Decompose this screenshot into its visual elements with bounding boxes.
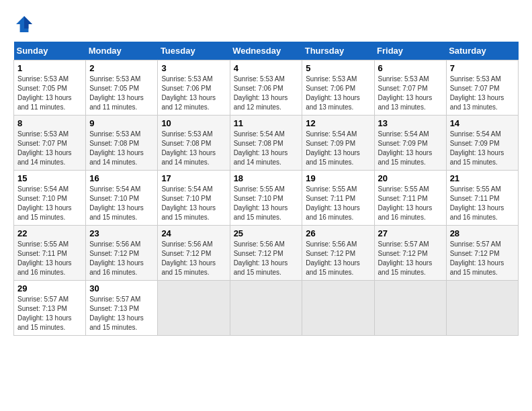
calendar-cell: 18 Sunrise: 5:55 AMSunset: 7:10 PMDaylig… — [230, 171, 302, 226]
calendar-cell: 23 Sunrise: 5:56 AMSunset: 7:12 PMDaylig… — [86, 226, 158, 281]
day-info: Sunrise: 5:56 AMSunset: 7:12 PMDaylight:… — [161, 240, 216, 276]
day-info: Sunrise: 5:53 AMSunset: 7:08 PMDaylight:… — [89, 130, 144, 166]
calendar-cell: 5 Sunrise: 5:53 AMSunset: 7:06 PMDayligh… — [302, 60, 374, 116]
day-number: 20 — [378, 173, 443, 183]
day-info: Sunrise: 5:55 AMSunset: 7:11 PMDaylight:… — [378, 185, 433, 221]
calendar-cell — [374, 281, 446, 336]
day-info: Sunrise: 5:55 AMSunset: 7:11 PMDaylight:… — [450, 185, 504, 221]
calendar-cell: 17 Sunrise: 5:54 AMSunset: 7:10 PMDaylig… — [158, 171, 230, 226]
day-number: 27 — [378, 228, 443, 238]
calendar-cell: 22 Sunrise: 5:55 AMSunset: 7:11 PMDaylig… — [14, 226, 86, 281]
header-monday: Monday — [86, 42, 158, 60]
calendar-cell: 6 Sunrise: 5:53 AMSunset: 7:07 PMDayligh… — [374, 60, 446, 116]
day-number: 15 — [17, 173, 82, 183]
day-info: Sunrise: 5:53 AMSunset: 7:06 PMDaylight:… — [306, 75, 360, 111]
day-number: 14 — [450, 118, 515, 128]
calendar-cell: 16 Sunrise: 5:54 AMSunset: 7:10 PMDaylig… — [86, 171, 158, 226]
header-saturday: Saturday — [446, 42, 518, 60]
calendar-cell — [302, 281, 374, 336]
day-info: Sunrise: 5:53 AMSunset: 7:07 PMDaylight:… — [17, 130, 72, 166]
calendar-cell: 2 Sunrise: 5:53 AMSunset: 7:05 PMDayligh… — [86, 60, 158, 116]
calendar-table: SundayMondayTuesdayWednesdayThursdayFrid… — [13, 42, 519, 336]
calendar-cell — [158, 281, 230, 336]
day-number: 3 — [161, 63, 226, 73]
calendar-cell: 28 Sunrise: 5:57 AMSunset: 7:12 PMDaylig… — [446, 226, 518, 281]
day-number: 24 — [161, 228, 226, 238]
day-info: Sunrise: 5:56 AMSunset: 7:12 PMDaylight:… — [306, 240, 360, 276]
day-number: 7 — [450, 63, 515, 73]
calendar-cell: 24 Sunrise: 5:56 AMSunset: 7:12 PMDaylig… — [158, 226, 230, 281]
day-info: Sunrise: 5:56 AMSunset: 7:12 PMDaylight:… — [89, 240, 144, 276]
day-info: Sunrise: 5:57 AMSunset: 7:12 PMDaylight:… — [378, 240, 433, 276]
calendar-cell: 11 Sunrise: 5:54 AMSunset: 7:08 PMDaylig… — [230, 116, 302, 171]
calendar-cell — [446, 281, 518, 336]
day-number: 6 — [378, 63, 443, 73]
day-info: Sunrise: 5:53 AMSunset: 7:05 PMDaylight:… — [89, 75, 144, 111]
calendar-cell — [230, 281, 302, 336]
day-number: 23 — [89, 228, 154, 238]
day-info: Sunrise: 5:55 AMSunset: 7:11 PMDaylight:… — [17, 240, 72, 276]
day-number: 1 — [17, 63, 82, 73]
calendar-cell: 1 Sunrise: 5:53 AMSunset: 7:05 PMDayligh… — [14, 60, 86, 116]
day-info: Sunrise: 5:54 AMSunset: 7:10 PMDaylight:… — [17, 185, 72, 221]
day-number: 8 — [17, 118, 82, 128]
calendar-cell: 9 Sunrise: 5:53 AMSunset: 7:08 PMDayligh… — [86, 116, 158, 171]
day-info: Sunrise: 5:53 AMSunset: 7:05 PMDaylight:… — [17, 75, 72, 111]
calendar-cell: 21 Sunrise: 5:55 AMSunset: 7:11 PMDaylig… — [446, 171, 518, 226]
logo — [13, 13, 38, 35]
header-sunday: Sunday — [14, 42, 86, 60]
day-number: 4 — [234, 63, 299, 73]
day-number: 26 — [306, 228, 370, 238]
day-number: 9 — [89, 118, 154, 128]
week-row-1: 1 Sunrise: 5:53 AMSunset: 7:05 PMDayligh… — [14, 60, 519, 116]
calendar-cell: 29 Sunrise: 5:57 AMSunset: 7:13 PMDaylig… — [14, 281, 86, 336]
day-number: 29 — [17, 283, 82, 293]
day-number: 12 — [306, 118, 370, 128]
day-number: 25 — [234, 228, 299, 238]
day-number: 17 — [161, 173, 226, 183]
day-info: Sunrise: 5:55 AMSunset: 7:10 PMDaylight:… — [234, 185, 288, 221]
day-info: Sunrise: 5:57 AMSunset: 7:12 PMDaylight:… — [450, 240, 504, 276]
calendar-cell: 4 Sunrise: 5:53 AMSunset: 7:06 PMDayligh… — [230, 60, 302, 116]
day-info: Sunrise: 5:53 AMSunset: 7:06 PMDaylight:… — [234, 75, 288, 111]
calendar-cell: 19 Sunrise: 5:55 AMSunset: 7:11 PMDaylig… — [302, 171, 374, 226]
day-number: 5 — [306, 63, 370, 73]
header-thursday: Thursday — [302, 42, 374, 60]
day-number: 19 — [306, 173, 370, 183]
day-info: Sunrise: 5:53 AMSunset: 7:08 PMDaylight:… — [161, 130, 216, 166]
calendar-cell: 20 Sunrise: 5:55 AMSunset: 7:11 PMDaylig… — [374, 171, 446, 226]
day-info: Sunrise: 5:53 AMSunset: 7:06 PMDaylight:… — [161, 75, 216, 111]
week-row-2: 8 Sunrise: 5:53 AMSunset: 7:07 PMDayligh… — [14, 116, 519, 171]
logo-icon — [13, 13, 35, 35]
day-number: 30 — [89, 283, 154, 293]
page-header — [13, 13, 519, 35]
day-info: Sunrise: 5:54 AMSunset: 7:09 PMDaylight:… — [450, 130, 504, 166]
day-info: Sunrise: 5:57 AMSunset: 7:13 PMDaylight:… — [89, 295, 144, 331]
week-row-5: 29 Sunrise: 5:57 AMSunset: 7:13 PMDaylig… — [14, 281, 519, 336]
day-info: Sunrise: 5:56 AMSunset: 7:12 PMDaylight:… — [234, 240, 288, 276]
day-number: 11 — [234, 118, 299, 128]
calendar-cell: 7 Sunrise: 5:53 AMSunset: 7:07 PMDayligh… — [446, 60, 518, 116]
calendar-cell: 14 Sunrise: 5:54 AMSunset: 7:09 PMDaylig… — [446, 116, 518, 171]
day-number: 21 — [450, 173, 515, 183]
day-info: Sunrise: 5:53 AMSunset: 7:07 PMDaylight:… — [450, 75, 504, 111]
day-number: 10 — [161, 118, 226, 128]
header-wednesday: Wednesday — [230, 42, 302, 60]
calendar-header-row: SundayMondayTuesdayWednesdayThursdayFrid… — [14, 42, 519, 60]
day-number: 2 — [89, 63, 154, 73]
day-number: 18 — [234, 173, 299, 183]
calendar-cell: 3 Sunrise: 5:53 AMSunset: 7:06 PMDayligh… — [158, 60, 230, 116]
calendar-cell: 15 Sunrise: 5:54 AMSunset: 7:10 PMDaylig… — [14, 171, 86, 226]
calendar-cell: 10 Sunrise: 5:53 AMSunset: 7:08 PMDaylig… — [158, 116, 230, 171]
day-info: Sunrise: 5:57 AMSunset: 7:13 PMDaylight:… — [17, 295, 72, 331]
day-info: Sunrise: 5:55 AMSunset: 7:11 PMDaylight:… — [306, 185, 360, 221]
day-number: 13 — [378, 118, 443, 128]
svg-marker-1 — [24, 16, 32, 28]
calendar-cell: 25 Sunrise: 5:56 AMSunset: 7:12 PMDaylig… — [230, 226, 302, 281]
calendar-cell: 30 Sunrise: 5:57 AMSunset: 7:13 PMDaylig… — [86, 281, 158, 336]
week-row-4: 22 Sunrise: 5:55 AMSunset: 7:11 PMDaylig… — [14, 226, 519, 281]
calendar-cell: 26 Sunrise: 5:56 AMSunset: 7:12 PMDaylig… — [302, 226, 374, 281]
day-number: 22 — [17, 228, 82, 238]
calendar-cell: 13 Sunrise: 5:54 AMSunset: 7:09 PMDaylig… — [374, 116, 446, 171]
day-number: 16 — [89, 173, 154, 183]
